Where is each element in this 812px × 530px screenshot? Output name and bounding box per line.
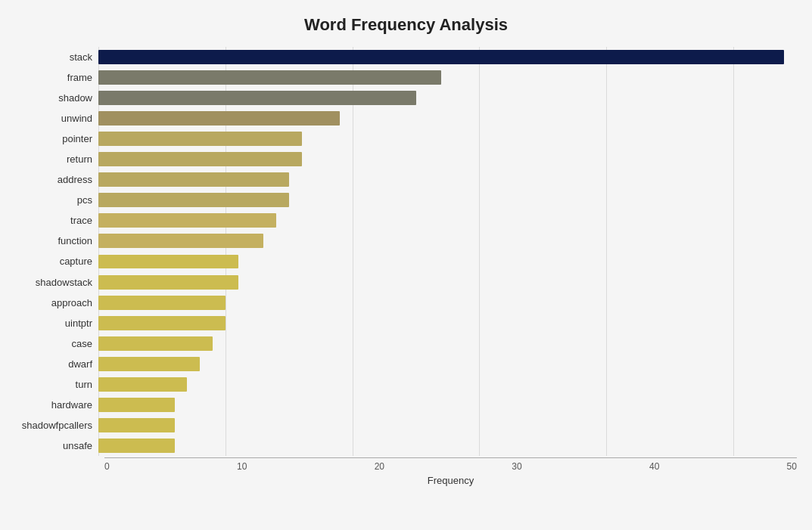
bar-row bbox=[98, 251, 797, 271]
bar bbox=[98, 172, 289, 187]
x-tick: 30 bbox=[512, 461, 521, 472]
bar-row bbox=[98, 169, 797, 190]
bar bbox=[98, 336, 213, 351]
bar-row bbox=[98, 313, 797, 333]
bar bbox=[98, 398, 175, 412]
bar-row bbox=[98, 67, 797, 88]
bar-row bbox=[98, 190, 797, 210]
y-label: pointer bbox=[62, 129, 92, 149]
bar-row bbox=[98, 415, 797, 435]
bar-row bbox=[98, 149, 797, 169]
bar bbox=[98, 418, 175, 432]
bar-row bbox=[98, 333, 797, 354]
bar-row bbox=[98, 210, 797, 231]
y-label: capture bbox=[60, 251, 92, 271]
x-tick: 40 bbox=[649, 461, 659, 472]
bar bbox=[98, 193, 289, 207]
chart-container: Word Frequency Analysis stackframeshadow… bbox=[0, 0, 812, 530]
bar bbox=[98, 91, 416, 105]
bar bbox=[98, 377, 187, 392]
bar-row bbox=[98, 129, 797, 149]
chart-title: Word Frequency Analysis bbox=[15, 15, 797, 35]
bars-area bbox=[98, 47, 797, 456]
x-tick: 20 bbox=[375, 461, 384, 472]
bar-row bbox=[98, 395, 797, 415]
y-label: function bbox=[58, 231, 92, 251]
x-tick: 0 bbox=[104, 461, 110, 472]
bar bbox=[98, 357, 200, 371]
y-label: trace bbox=[70, 210, 92, 231]
x-tick: 10 bbox=[237, 461, 247, 472]
y-label: address bbox=[58, 169, 92, 190]
bar bbox=[98, 111, 340, 126]
bar-row bbox=[98, 272, 797, 293]
bar bbox=[98, 70, 441, 85]
bar-row bbox=[98, 231, 797, 251]
bar-row bbox=[98, 108, 797, 129]
y-label: pcs bbox=[77, 190, 92, 210]
y-label: hardware bbox=[51, 395, 92, 415]
y-label: unwind bbox=[61, 108, 92, 129]
y-label: shadow bbox=[58, 88, 92, 108]
bar-row bbox=[98, 47, 797, 67]
bar bbox=[98, 213, 276, 228]
bar bbox=[98, 296, 226, 310]
y-label: stack bbox=[70, 47, 92, 67]
bar-row bbox=[98, 293, 797, 313]
y-label: approach bbox=[51, 293, 92, 313]
bar-row bbox=[98, 435, 797, 456]
y-label: return bbox=[67, 149, 92, 169]
x-axis: 01020304050 Frequency bbox=[104, 457, 797, 486]
y-label: turn bbox=[76, 374, 92, 395]
y-label: unsafe bbox=[63, 435, 92, 456]
y-label: dwarf bbox=[68, 354, 92, 374]
y-label: uintptr bbox=[65, 313, 92, 333]
bar bbox=[98, 275, 238, 290]
y-label: shadowstack bbox=[36, 272, 92, 293]
x-axis-label: Frequency bbox=[104, 475, 797, 486]
bar bbox=[98, 439, 175, 453]
bar bbox=[98, 50, 784, 64]
bar-row bbox=[98, 88, 797, 108]
x-tick: 50 bbox=[787, 461, 797, 472]
y-axis: stackframeshadowunwindpointerreturnaddre… bbox=[15, 47, 98, 456]
y-label: frame bbox=[67, 67, 92, 88]
bar bbox=[98, 316, 226, 330]
bar bbox=[98, 132, 302, 146]
bar-row bbox=[98, 374, 797, 395]
y-label: case bbox=[72, 333, 92, 354]
bar bbox=[98, 255, 238, 269]
bar-row bbox=[98, 354, 797, 374]
bar bbox=[98, 152, 302, 166]
bar bbox=[98, 234, 263, 248]
y-label: shadowfpcallers bbox=[22, 415, 92, 435]
